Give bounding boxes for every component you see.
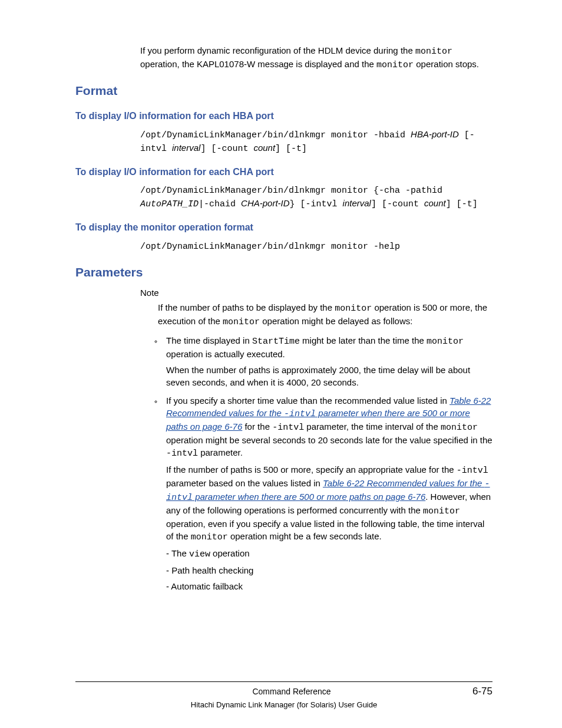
text: The time displayed in [166, 335, 252, 345]
text: parameter based on the values listed in [166, 478, 323, 488]
text: operation might be several seconds to 20… [166, 435, 492, 445]
cmd-text: ] [-t] [446, 199, 478, 209]
text: operation might be a few seconds late. [228, 531, 382, 541]
code-starttime: StartTime [252, 337, 300, 347]
command-cha: /opt/DynamicLinkManager/bin/dlnkmgr moni… [140, 183, 492, 210]
cmd-text: |-chaid [199, 199, 241, 209]
code-monitor: monitor [441, 423, 478, 433]
heading-hba: To display I/O information for each HBA … [75, 110, 492, 123]
code-monitor: monitor [423, 506, 460, 516]
heading-format: Format [75, 82, 492, 99]
heading-cha: To display I/O information for each CHA … [75, 166, 492, 179]
cmd-param: AutoPATH_ID [140, 199, 199, 209]
cmd-param: count [253, 143, 275, 153]
heading-parameters: Parameters [75, 263, 492, 281]
text: If the number of paths to be displayed b… [158, 302, 335, 312]
text: operation stops. [414, 59, 479, 69]
command-hba: /opt/DynamicLinkManager/bin/dlnkmgr moni… [140, 128, 492, 155]
text: might be later than the time the [300, 335, 427, 345]
cmd-text: /opt/DynamicLinkManager/bin/dlnkmgr moni… [140, 242, 400, 252]
text: If you perform dynamic reconfiguration o… [140, 45, 415, 55]
text: If you specify a shorter time value than… [166, 396, 449, 406]
cmd-text: } [-intvl [290, 199, 343, 209]
text: - The [166, 548, 189, 558]
code-monitor: monitor [427, 337, 464, 347]
code-view: view [189, 549, 210, 559]
text: parameter. [198, 447, 243, 457]
intro-paragraph: If you perform dynamic reconfiguration o… [140, 44, 492, 71]
dash-item: - Automatic failback [166, 580, 492, 592]
footer-book-title: Hitachi Dynamic Link Manager (for Solari… [75, 700, 492, 710]
page-footer: Command Reference 6-75 Hitachi Dynamic L… [75, 681, 492, 710]
cmd-param: CHA-port-ID [241, 198, 290, 208]
note-label: Note [140, 286, 492, 299]
text: operation [210, 548, 250, 558]
heading-help: To display the monitor operation format [75, 221, 492, 234]
cmd-param: count [424, 198, 446, 208]
cmd-param: interval [343, 198, 371, 208]
text: parameter, the time interval of the [304, 421, 441, 431]
cmd-text: ] [-t] [275, 144, 307, 154]
bullet-list: The time displayed in StartTime might be… [163, 334, 492, 592]
cmd-text: /opt/DynamicLinkManager/bin/dlnkmgr moni… [140, 130, 411, 140]
code-monitor: monitor [335, 304, 372, 314]
footer-section: Command Reference [111, 686, 472, 698]
code-intvl: -intvl [457, 466, 488, 476]
bullet-paragraph: When the number of paths is approximatel… [166, 364, 492, 388]
list-item: The time displayed in StartTime might be… [163, 334, 492, 388]
list-item: If you specify a shorter time value than… [163, 394, 492, 592]
dash-item: - The view operation [166, 547, 492, 561]
code-monitor: monitor [191, 532, 228, 542]
cmd-param: interval [172, 143, 200, 153]
code-intvl: -intvl [272, 423, 304, 433]
page: If you perform dynamic reconfiguration o… [0, 0, 562, 728]
code-monitor: monitor [223, 317, 260, 327]
code-monitor: monitor [376, 60, 414, 70]
cmd-text: ] [-count [200, 144, 253, 154]
bullet-paragraph: If you specify a shorter time value than… [166, 394, 492, 460]
bullet-paragraph: The time displayed in StartTime might be… [166, 334, 492, 360]
code-monitor: monitor [415, 47, 452, 57]
page-number: 6-75 [472, 684, 492, 699]
cmd-param: HBA-port-ID [411, 129, 459, 139]
text: If the number of paths is 500 or more, s… [166, 465, 457, 475]
bullet-paragraph: If the number of paths is 500 or more, s… [166, 463, 492, 543]
code-intvl: -intvl [166, 449, 198, 459]
cmd-text: /opt/DynamicLinkManager/bin/dlnkmgr moni… [140, 186, 442, 196]
text: operation might be delayed as follows: [260, 316, 412, 326]
text: operation, the KAPL01078-W message is di… [140, 59, 376, 69]
note-body: If the number of paths to be displayed b… [158, 301, 492, 328]
text: for the [242, 421, 272, 431]
cmd-text: ] [-count [371, 199, 424, 209]
footer-rule [75, 681, 492, 682]
dash-item: - Path health checking [166, 564, 492, 577]
text: operation is actually executed. [166, 349, 285, 359]
command-help: /opt/DynamicLinkManager/bin/dlnkmgr moni… [140, 239, 492, 253]
